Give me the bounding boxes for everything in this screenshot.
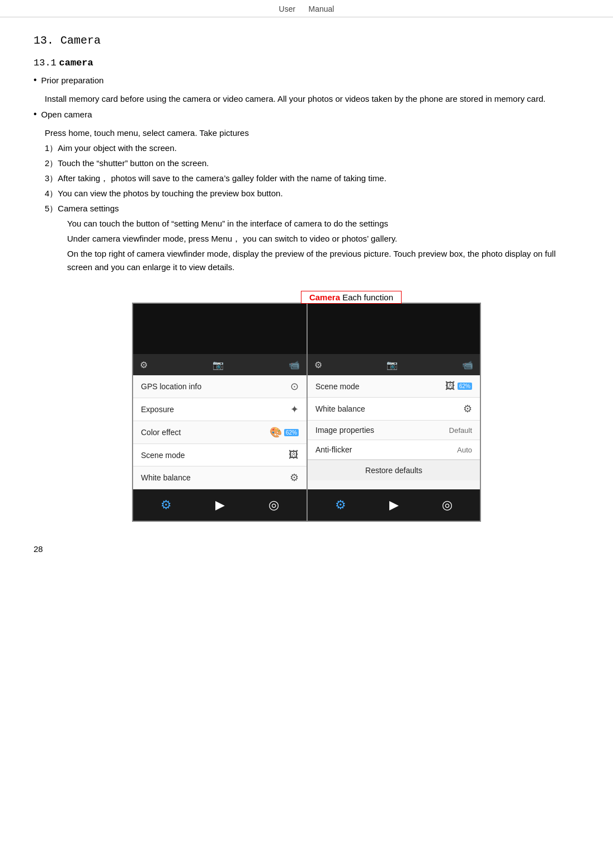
camera-icon-left: 📷: [213, 360, 224, 370]
shutter-bottom-right: ◎: [442, 498, 452, 512]
antiflicker-right: Auto: [457, 446, 472, 454]
color-right: 🎨 62%: [270, 426, 299, 438]
screen-top-bar-right: ⚙ 📷 📹: [308, 354, 480, 375]
settings-icon-right: ⚙: [314, 360, 322, 370]
wb-icon-left: ⚙: [290, 471, 299, 484]
color-badge: 62%: [284, 429, 299, 436]
exposure-label: Exposure: [141, 405, 174, 414]
phone-screen-right: ⚙ 📷 📹 Scene mode 🖼 62% White balance: [306, 304, 480, 521]
gps-label: GPS location info: [141, 382, 201, 391]
settings-line-3: On the top right of camera viewfinder mo…: [67, 247, 579, 274]
bullet-body-2: Press home, touch menu, select camera. T…: [45, 126, 579, 140]
menu-item-image-props[interactable]: Image properties Default: [308, 421, 480, 440]
scene-icon-left: 🖼: [289, 449, 299, 461]
shutter-bottom-left: ◎: [268, 498, 279, 512]
camera-section: Camera Each function ⚙ 📷 📹 GPS location …: [34, 291, 579, 522]
phone-screen-left: ⚙ 📷 📹 GPS location info ⊙ Exposure: [133, 304, 306, 521]
menu-list-right: Scene mode 🖼 62% White balance ⚙ Imag: [308, 375, 480, 489]
exposure-icon: ✦: [290, 403, 299, 416]
scene-label-right: Scene mode: [315, 382, 360, 391]
camera-preview-left: [133, 304, 306, 354]
bullet-item-1: • Prior preparation: [34, 74, 579, 89]
wb-icon-right: ⚙: [463, 403, 472, 415]
menu-item-wb-right[interactable]: White balance ⚙: [308, 398, 480, 421]
header-left: User: [279, 4, 296, 13]
camera-label-black: Each function: [340, 293, 393, 302]
settings-icon-left: ⚙: [140, 360, 148, 370]
step-4: 4）You can view the photos by touching th…: [45, 187, 579, 200]
scene-badge: 62%: [458, 383, 472, 390]
menu-item-scene-right[interactable]: Scene mode 🖼 62%: [308, 375, 480, 398]
wb-label-left: White balance: [141, 473, 191, 482]
screen-bottom-bar-left: ⚙ ▶ ◎: [133, 489, 306, 521]
bullet-dot-1: •: [34, 74, 37, 86]
menu-item-exposure[interactable]: Exposure ✦: [133, 398, 306, 421]
wb-right: ⚙: [463, 403, 472, 415]
menu-item-wb-left[interactable]: White balance ⚙: [133, 466, 306, 489]
screen-top-bar-left: ⚙ 📷 📹: [133, 354, 306, 375]
image-props-right: Default: [449, 426, 472, 435]
menu-item-antiflicker[interactable]: Anti-flicker Auto: [308, 440, 480, 460]
color-label: Color effect: [141, 428, 181, 437]
antiflicker-value: Auto: [457, 446, 472, 454]
settings-line-2: Under camera viewfinder mode, press Menu…: [67, 232, 579, 246]
exposure-right: ✦: [290, 403, 299, 416]
video-bottom-right: ▶: [389, 498, 399, 512]
wb-label-right: White balance: [315, 404, 365, 413]
page-footer: 28: [34, 544, 579, 554]
menu-item-gps[interactable]: GPS location info ⊙: [133, 375, 306, 398]
camera-icon-right: 📷: [386, 360, 398, 370]
bullet-label-1: Prior preparation: [41, 74, 104, 87]
step-5: 5）Camera settings: [45, 202, 579, 215]
restore-label: Restore defaults: [365, 466, 422, 475]
page-number: 28: [34, 544, 43, 554]
camera-label-red: Camera: [309, 293, 340, 302]
screen-bottom-bar-right: ⚙ ▶ ◎: [308, 489, 480, 521]
step-1: 1）Aim your object with the screen.: [45, 141, 579, 155]
bullet-body-1: Install memory card before using the cam…: [45, 92, 579, 106]
scene-label-left: Scene mode: [141, 451, 185, 460]
menu-item-scene-left[interactable]: Scene mode 🖼: [133, 444, 306, 466]
gps-right: ⊙: [290, 380, 299, 393]
settings-line-1: You can touch the button of “setting Men…: [67, 217, 579, 230]
scene-right: 🖼 62%: [445, 380, 472, 392]
camera-preview-right: [308, 304, 480, 354]
video-icon-left: 📹: [289, 360, 300, 370]
subsection-bold: camera: [59, 58, 93, 68]
bullet-label-2: Open camera: [41, 108, 92, 121]
video-icon-right: 📹: [462, 360, 473, 370]
image-props-label: Image properties: [315, 426, 374, 435]
settings-bottom-left: ⚙: [161, 498, 172, 512]
video-bottom-left: ▶: [215, 498, 225, 512]
page-header: User Manual: [0, 0, 613, 17]
antiflicker-label: Anti-flicker: [315, 445, 352, 454]
image-props-value: Default: [449, 426, 472, 435]
camera-label-row: Camera Each function: [301, 291, 402, 304]
color-icon: 🎨: [270, 426, 282, 438]
header-right: Manual: [308, 4, 334, 13]
step-3: 3）After taking， photos will save to the …: [45, 172, 579, 185]
step-2: 2）Touch the “shutter” button on the scre…: [45, 157, 579, 170]
scene-right-left: 🖼: [289, 449, 299, 461]
gps-icon: ⊙: [290, 380, 299, 393]
screenshots-row: ⚙ 📷 📹 GPS location info ⊙ Exposure: [132, 303, 481, 522]
settings-bottom-right: ⚙: [335, 498, 346, 512]
camera-label-box: Camera Each function: [301, 291, 402, 304]
bullet-dot-2: •: [34, 108, 37, 120]
bullet-item-2: • Open camera: [34, 108, 579, 124]
wb-right-left: ⚙: [290, 471, 299, 484]
section-title: 13. Camera: [34, 34, 579, 47]
subsection-number: 13.1: [34, 58, 56, 68]
menu-item-color[interactable]: Color effect 🎨 62%: [133, 421, 306, 444]
scene-icon-right: 🖼: [445, 380, 455, 392]
menu-list-left: GPS location info ⊙ Exposure ✦ Color eff…: [133, 375, 306, 489]
subsection-title: 13.1 camera: [34, 57, 579, 68]
restore-defaults[interactable]: Restore defaults: [308, 460, 480, 480]
